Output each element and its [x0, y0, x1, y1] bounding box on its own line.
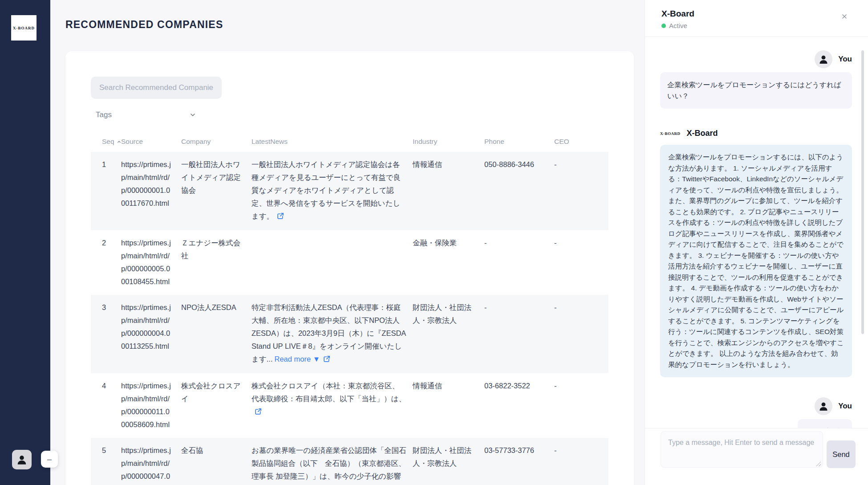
external-link-icon[interactable] [277, 211, 284, 224]
cell-industry: 財団法人・社団法人・宗教法人 [413, 444, 484, 485]
sidebar: X-BOARD [0, 0, 50, 485]
sidebar-collapse-button[interactable]: – [41, 451, 58, 468]
table-row: 1 https://prtimes.jp/main/html/rd/p/0000… [91, 152, 608, 230]
search-input[interactable] [91, 77, 222, 99]
page-title: RECOMMENDED COMPANIES [65, 19, 634, 31]
cell-seq: 4 [91, 379, 121, 431]
cell-source: https://prtimes.jp/main/html/rd/p/000000… [121, 158, 181, 224]
cell-source: https://prtimes.jp/main/html/rd/p/000000… [121, 379, 181, 431]
chat-header-info: X-Board Active [661, 9, 694, 29]
main-content: RECOMMENDED COMPANIES Tags Seq So [50, 0, 645, 485]
app-window: X-BOARD – RECOMMENDED COMPANIES Tags [0, 0, 868, 485]
cell-industry: 金融・保険業 [413, 236, 484, 288]
cell-phone: 050-8886-3446 [484, 158, 554, 224]
column-header-source[interactable]: Source [121, 138, 181, 146]
person-icon [818, 401, 829, 412]
chat-panel: X-Board Active [645, 0, 868, 485]
companies-table: Seq Source Company LatestNews Industry P… [91, 133, 608, 485]
message-author: X-Board [687, 129, 718, 138]
chat-title: X-Board [661, 9, 694, 19]
user-avatar[interactable] [12, 450, 32, 469]
cell-seq: 5 [91, 444, 121, 485]
table-row: 2 https://prtimes.jp/main/html/rd/p/0000… [91, 230, 608, 295]
cell-seq: 2 [91, 236, 121, 288]
message-bubble: 企業検索ツールをプロモーションするにはどうすればいい？ [660, 72, 852, 109]
tags-dropdown[interactable]: Tags [91, 106, 199, 123]
chat-scrollbar-thumb[interactable] [861, 50, 864, 334]
cell-source: https://prtimes.jp/main/html/rd/p/000000… [121, 301, 181, 367]
active-status-dot [661, 24, 666, 28]
person-icon [818, 54, 829, 65]
cell-company: 一般社団法人ホワイトメディア認定協会 [181, 158, 251, 224]
column-header-ceo[interactable]: CEO [554, 138, 608, 146]
cell-ceo: - [554, 444, 608, 485]
message-input[interactable] [661, 431, 823, 468]
cell-latestnews [251, 236, 413, 288]
cell-seq: 3 [91, 301, 121, 367]
app-logo-text: X-BOARD [13, 26, 35, 30]
message-author-row: You [660, 397, 852, 415]
column-header-seq[interactable]: Seq [91, 138, 121, 146]
column-header-company[interactable]: Company [181, 138, 251, 146]
news-text: 一般社団法人ホワイトメディア認定協会は各種メディアを見るユーザーにとって有益で良… [251, 160, 401, 220]
chat-close-button[interactable] [839, 11, 850, 22]
chat-composer: Send [645, 428, 868, 485]
user-avatar [815, 50, 832, 68]
cell-company: NPO法人ZESDA [181, 301, 251, 367]
read-more-link[interactable]: Read more ▼ [275, 355, 320, 363]
tags-dropdown-label: Tags [96, 110, 112, 119]
xboard-logo-icon: X-BOARD [660, 131, 681, 136]
cell-latestnews: 特定非営利活動法人ZESDA（代表理事：桜庭大輔、所在地：東京都中央区、以下NP… [251, 301, 413, 367]
cell-company: 株式会社クロスアイ [181, 379, 251, 431]
cell-industry: 財団法人・社団法人・宗教法人 [413, 301, 484, 367]
cell-ceo: - [554, 158, 608, 224]
active-status-label: Active [669, 22, 687, 29]
news-text: 株式会社クロスアイ（本社：東京都渋谷区、代表取締役：布目靖太郎、以下「当社」）は… [251, 382, 406, 403]
column-header-latestnews[interactable]: LatestNews [251, 138, 413, 146]
cell-ceo: - [554, 379, 608, 431]
cell-latestnews: お墓の業界唯一の経済産業省公認団体「全国石製品協同組合（以下 全石協）（東京都港… [251, 444, 413, 485]
chat-messages: You 企業検索ツールをプロモーションするにはどうすればいい？ X-BOARD … [645, 37, 868, 428]
cell-ceo: - [554, 301, 608, 367]
message-author-row: X-BOARD X-Board [660, 129, 852, 138]
app-logo[interactable]: X-BOARD [11, 15, 37, 41]
message-bubble: 企業検索ツールをプロモーションするには、以下のような方法があります。 1. ソー… [660, 145, 852, 377]
column-header-phone[interactable]: Phone [484, 138, 554, 146]
cell-industry: 情報通信 [413, 379, 484, 431]
cell-latestnews: 株式会社クロスアイ（本社：東京都渋谷区、代表取締役：布目靖太郎、以下「当社」）は… [251, 379, 413, 431]
chat-message-user: You 企業検索ツールをプロモーションするにはどうすればいい？ [660, 50, 852, 109]
chat-status: Active [661, 22, 694, 29]
user-avatar [815, 397, 832, 415]
chat-header: X-Board Active [645, 0, 868, 37]
message-input-wrap [661, 431, 823, 469]
chat-message-user: You ありがとう [660, 397, 852, 428]
cell-seq: 1 [91, 158, 121, 224]
cell-phone: 03-6822-3522 [484, 379, 554, 431]
chevron-down-icon [189, 111, 196, 118]
table-header-row: Seq Source Company LatestNews Industry P… [91, 133, 608, 152]
external-link-icon[interactable] [323, 354, 331, 367]
column-header-industry[interactable]: Industry [413, 138, 484, 146]
person-icon [16, 454, 28, 465]
table-row: 4 https://prtimes.jp/main/html/rd/p/0000… [91, 373, 608, 438]
table-row: 5 https://prtimes.jp/main/html/rd/p/0000… [91, 438, 608, 485]
cell-source: https://prtimes.jp/main/html/rd/p/000000… [121, 236, 181, 288]
send-button[interactable]: Send [827, 440, 856, 468]
message-author: You [838, 402, 852, 411]
cell-phone: 03-57733-3776 [484, 444, 554, 485]
message-bubble: ありがとう [798, 419, 852, 428]
chat-message-bot: X-BOARD X-Board 企業検索ツールをプロモーションするには、以下のよ… [660, 129, 852, 377]
cell-phone: - [484, 301, 554, 367]
cell-source: https://prtimes.jp/main/html/rd/p/000000… [121, 444, 181, 485]
cell-ceo: - [554, 236, 608, 288]
companies-card: Tags Seq Source Company LatestNews [65, 51, 634, 485]
cell-phone: - [484, 236, 554, 288]
external-link-icon[interactable] [255, 406, 262, 419]
sort-asc-icon [117, 139, 122, 144]
cell-company: 全石協 [181, 444, 251, 485]
message-author: You [838, 55, 852, 64]
message-author-row: You [660, 50, 852, 68]
cell-company: Ｚエナジー株式会社 [181, 236, 251, 288]
cell-industry: 情報通信 [413, 158, 484, 224]
cell-latestnews: 一般社団法人ホワイトメディア認定協会は各種メディアを見るユーザーにとって有益で良… [251, 158, 413, 224]
